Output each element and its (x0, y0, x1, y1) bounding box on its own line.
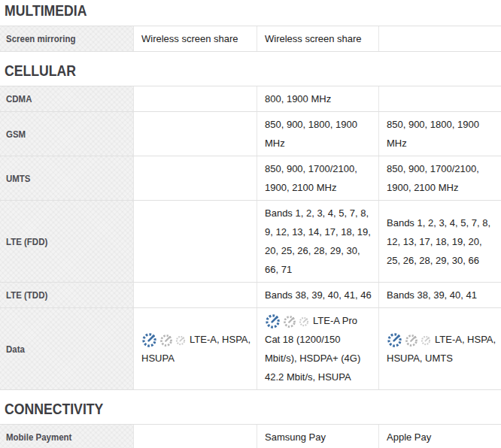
spec-cell-device1 (134, 86, 257, 111)
cell-text: Apple Pay (387, 428, 431, 446)
spec-cell-device2: 850, 900, 1800, 1900 MHz (257, 112, 378, 156)
speedometer-icon-medium (159, 334, 173, 347)
spec-cell-device1 (134, 156, 257, 200)
spec-cell-device3: Bands 1, 2, 3, 4, 5, 7, 8, 12, 13, 17, 1… (378, 201, 501, 282)
spec-cell-device3: 850, 900, 1700/2100, 1900, 2100 MHz (378, 156, 501, 200)
speedometer-icon-medium (283, 315, 296, 328)
row-label: GSM (6, 129, 26, 140)
row-label-cell: UMTS (0, 156, 134, 200)
data-speed-icons (141, 334, 190, 345)
cell-text: Bands 1, 2, 3, 4, 5, 7, 8, 12, 13, 17, 1… (387, 213, 497, 270)
data-speed-icons (265, 315, 313, 326)
row-label: Screen mirroring (6, 33, 75, 44)
spec-row-lte-tdd: LTE (TDD) Bands 38, 39, 40, 41, 46 Bands… (0, 283, 501, 308)
speedometer-icon-medium (405, 334, 418, 347)
spec-cell-device3: Apple Pay (378, 425, 501, 448)
row-label-cell: Screen mirroring (0, 26, 134, 51)
row-label-cell: LTE (TDD) (0, 283, 134, 307)
spec-cell-device1 (134, 112, 257, 156)
spec-cell-device1: Wireless screen share (134, 26, 257, 51)
cell-text: 850, 900, 1700/2100, 1900, 2100 MHz (387, 159, 497, 197)
section-title: CONNECTIVITY (5, 400, 103, 418)
cellular-table: CDMA 800, 1900 MHz GSM 850, 900, 1800, 1… (0, 86, 501, 390)
spec-cell-device2: 850, 900, 1700/2100, 1900, 2100 MHz (257, 156, 378, 200)
spec-cell-device2: Samsung Pay (257, 425, 378, 448)
spec-cell-device2: 800, 1900 MHz (257, 86, 378, 111)
section-heading-multimedia: MULTIMEDIA (0, 2, 501, 20)
speedometer-icon-large (265, 313, 281, 329)
spec-cell-device1: LTE-A, HSPA, HSUPA (134, 308, 257, 389)
cell-text: Bands 1, 2, 3, 4, 5, 7, 8, 9, 12, 13, 14… (265, 204, 375, 279)
spec-row-cdma: CDMA 800, 1900 MHz (0, 86, 501, 112)
spec-row-umts: UMTS 850, 900, 1700/2100, 1900, 2100 MHz… (0, 156, 501, 201)
speedometer-icon-small (299, 316, 309, 327)
spec-row-lte-fdd: LTE (FDD) Bands 1, 2, 3, 4, 5, 7, 8, 9, … (0, 201, 501, 283)
spec-row-data: Data LTE-A, HSPA, HSUPA LTE-A Pro Cat 18… (0, 308, 501, 390)
spec-comparison-page: MULTIMEDIA Screen mirroring Wireless scr… (0, 2, 501, 448)
row-label: CDMA (6, 93, 32, 104)
spec-cell-device1 (134, 425, 257, 448)
section-heading-connectivity: CONNECTIVITY (0, 400, 501, 418)
row-label: LTE (FDD) (6, 236, 47, 247)
speedometer-icon-large (141, 332, 157, 348)
spec-cell-device2: Wireless screen share (257, 26, 378, 51)
cell-text: Samsung Pay (265, 428, 326, 446)
section-title: MULTIMEDIA (5, 2, 87, 20)
row-label: UMTS (6, 173, 31, 184)
spec-cell-device3 (378, 86, 501, 111)
cell-text: Bands 38, 39, 40, 41 (387, 286, 477, 304)
row-label-cell: Data (0, 308, 134, 389)
cell-text: Wireless screen share (141, 29, 238, 48)
spec-cell-device3 (378, 26, 501, 51)
cell-text: Bands 38, 39, 40, 41, 46 (265, 286, 372, 304)
data-speed-icons (387, 334, 435, 345)
cell-content: LTE-A Pro Cat 18 (1200/150 Mbit/s), HSDP… (265, 311, 375, 386)
cell-text: 800, 1900 MHz (265, 89, 331, 108)
cell-content: LTE-A, HSPA, HSUPA, UMTS (387, 330, 497, 368)
connectivity-table: Mobile Payment Samsung Pay Apple Pay (0, 424, 501, 448)
speedometer-icon-small (175, 335, 186, 346)
multimedia-table: Screen mirroring Wireless screen share W… (0, 26, 501, 52)
cell-text: Wireless screen share (265, 29, 362, 48)
spec-cell-device2: LTE-A Pro Cat 18 (1200/150 Mbit/s), HSDP… (257, 308, 378, 389)
row-label: Mobile Payment (6, 431, 71, 443)
spec-row-screen-mirroring: Screen mirroring Wireless screen share W… (0, 26, 501, 52)
row-label-cell: GSM (0, 112, 134, 156)
spec-cell-device2: Bands 38, 39, 40, 41, 46 (257, 283, 378, 307)
spec-row-gsm: GSM 850, 900, 1800, 1900 MHz 850, 900, 1… (0, 112, 501, 156)
speedometer-icon-large (387, 332, 402, 348)
row-label-cell: LTE (FDD) (0, 201, 134, 282)
cell-text: 850, 900, 1800, 1900 MHz (265, 115, 375, 153)
row-label-cell: CDMA (0, 86, 134, 111)
spec-row-mobile-payment: Mobile Payment Samsung Pay Apple Pay (0, 425, 501, 448)
row-label: Data (6, 344, 25, 355)
row-label-cell: Mobile Payment (0, 425, 134, 448)
row-label: LTE (TDD) (6, 289, 47, 301)
cell-text: 850, 900, 1700/2100, 1900, 2100 MHz (265, 159, 375, 197)
section-heading-cellular: CELLULAR (0, 62, 501, 80)
spec-cell-device1 (134, 283, 257, 307)
spec-cell-device3: LTE-A, HSPA, HSUPA, UMTS (378, 308, 501, 389)
spec-cell-device1 (134, 201, 257, 282)
spec-cell-device2: Bands 1, 2, 3, 4, 5, 7, 8, 9, 12, 13, 14… (257, 201, 378, 282)
cell-content: LTE-A, HSPA, HSUPA (141, 330, 253, 368)
cell-text: 850, 900, 1800, 1900 MHz (387, 115, 497, 153)
speedometer-icon-small (421, 335, 431, 346)
spec-cell-device3: 850, 900, 1800, 1900 MHz (378, 112, 501, 156)
spec-cell-device3: Bands 38, 39, 40, 41 (378, 283, 501, 307)
section-title: CELLULAR (5, 62, 76, 80)
